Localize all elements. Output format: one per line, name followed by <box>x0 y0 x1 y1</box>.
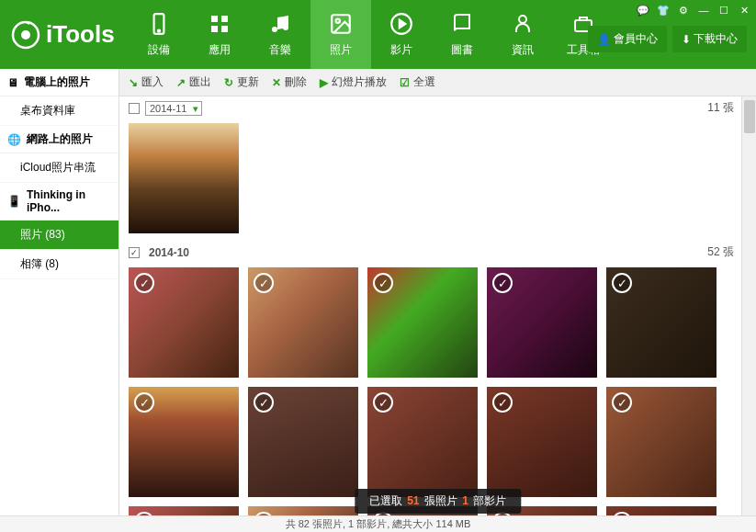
nav-label: 設備 <box>148 42 170 58</box>
sidebar-item-icloud[interactable]: iCloud照片串流 <box>0 153 118 183</box>
music-icon <box>267 11 293 37</box>
minimize-icon[interactable]: — <box>697 4 710 17</box>
toast-photo-text: 張照片 <box>422 494 461 507</box>
window-controls: 💬 👕 ⚙ — ☐ ✕ <box>637 4 750 17</box>
nav-label: 圖書 <box>451 42 473 58</box>
export-icon: ↗ <box>176 76 186 89</box>
vertical-scrollbar[interactable] <box>741 96 756 515</box>
play-icon: ▶ <box>320 76 328 89</box>
photo-thumb[interactable]: ✓ <box>248 506 358 515</box>
check-icon[interactable]: ✓ <box>492 273 513 293</box>
photo-thumb[interactable]: ✓ <box>248 387 358 497</box>
sidebar-header[interactable]: 🖥 電腦上的照片 <box>0 69 118 96</box>
check-icon[interactable]: ✓ <box>254 512 274 515</box>
check-icon[interactable]: ✓ <box>612 512 632 515</box>
slideshow-button[interactable]: ▶幻燈片播放 <box>320 74 387 90</box>
import-button[interactable]: ↘匯入 <box>129 74 164 90</box>
user-icon: 👤 <box>597 33 611 46</box>
photo-thumb[interactable]: ✓ <box>129 267 239 378</box>
section-checkbox[interactable] <box>129 247 140 258</box>
toast-photo-count: 51 <box>405 494 421 507</box>
check-icon[interactable]: ✓ <box>134 273 154 293</box>
scrollbar-thumb[interactable] <box>744 100 755 133</box>
sidebar-item-albums[interactable]: 相簿 (8) <box>0 250 118 279</box>
svg-rect-4 <box>211 16 218 22</box>
title: 電腦上的照片 <box>24 74 90 90</box>
settings-icon[interactable]: ⚙ <box>677 4 690 17</box>
check-icon[interactable]: ✓ <box>134 512 154 515</box>
photo-thumb[interactable]: ✓ <box>606 387 717 497</box>
photo-thumb[interactable]: ✓ <box>248 267 358 378</box>
photo-thumb[interactable]: ✓ <box>487 387 597 497</box>
check-icon[interactable]: ✓ <box>492 392 513 413</box>
close-icon[interactable]: ✕ <box>738 4 750 17</box>
nav-device[interactable]: 設備 <box>129 0 189 69</box>
photo-thumb[interactable]: ✓ <box>606 267 717 378</box>
logo-area: iTools <box>0 0 129 69</box>
nav-apps[interactable]: 應用 <box>189 0 250 69</box>
nav-book[interactable]: 圖書 <box>432 0 492 69</box>
toast-prefix: 已選取 <box>369 494 405 507</box>
photo-thumb[interactable]: ✓ <box>606 506 717 515</box>
check-icon[interactable]: ✓ <box>612 392 632 413</box>
photo-thumb[interactable]: ✓ <box>129 506 239 515</box>
title: Thinking in iPho... <box>27 188 111 214</box>
photo-thumb[interactable]: ✓ <box>367 267 478 378</box>
check-icon[interactable]: ✓ <box>254 392 274 413</box>
nav-video[interactable]: 影片 <box>371 0 432 69</box>
svg-marker-13 <box>400 20 406 28</box>
nav-label: 影片 <box>390 42 412 58</box>
sidebar-group-device: 📱 Thinking in iPho... 照片 (83) 相簿 (8) <box>0 183 118 279</box>
export-button[interactable]: ↗匯出 <box>176 74 211 90</box>
check-icon[interactable]: ✓ <box>373 392 393 413</box>
main-area: 🖥 電腦上的照片 桌布資料庫 🌐 網路上的照片 iCloud照片串流 📱 Thi… <box>0 69 756 515</box>
download-center-button[interactable]: ⬇ 下載中心 <box>672 26 747 52</box>
nav-label: 應用 <box>209 42 231 58</box>
svg-rect-6 <box>211 26 218 32</box>
label: 匯出 <box>189 74 211 90</box>
section-header-2: 2014-10 52 張 <box>119 241 756 264</box>
sidebar-header[interactable]: 📱 Thinking in iPho... <box>0 183 118 221</box>
label: 下載中心 <box>694 31 738 47</box>
member-center-button[interactable]: 👤 會員中心 <box>588 26 667 52</box>
photo-thumb[interactable]: ✓ <box>129 387 239 497</box>
sidebar-item-wallpaper[interactable]: 桌布資料庫 <box>0 96 118 126</box>
svg-point-9 <box>283 25 288 30</box>
info-icon <box>510 11 536 37</box>
import-icon: ↘ <box>129 76 138 89</box>
globe-icon: 🌐 <box>7 133 21 146</box>
sidebar-header[interactable]: 🌐 網路上的照片 <box>0 126 118 153</box>
photo-thumb[interactable]: ✓ <box>487 267 597 378</box>
download-icon: ⬇ <box>682 33 691 46</box>
maximize-icon[interactable]: ☐ <box>717 4 730 17</box>
nav-label: 音樂 <box>269 42 291 58</box>
check-icon[interactable]: ✓ <box>254 273 274 293</box>
selectall-button[interactable]: ☑全選 <box>400 74 435 90</box>
sidebar-item-photos[interactable]: 照片 (83) <box>0 221 118 250</box>
check-icon[interactable]: ✓ <box>373 273 393 293</box>
refresh-icon: ↻ <box>224 76 233 89</box>
section-checkbox[interactable] <box>129 103 140 114</box>
section-date: 2014-10 <box>149 246 189 259</box>
header-actions: 👤 會員中心 ⬇ 下載中心 <box>588 26 747 52</box>
section-count: 11 張 <box>707 100 734 116</box>
date-dropdown[interactable]: 2014-11 <box>145 101 202 116</box>
photo-icon <box>328 11 354 37</box>
nav-music[interactable]: 音樂 <box>250 0 310 69</box>
check-icon[interactable]: ✓ <box>134 392 154 413</box>
photo-thumb[interactable]: ✓ <box>367 387 478 497</box>
nav-photo[interactable]: 照片 <box>310 0 371 69</box>
svg-point-11 <box>336 19 340 23</box>
selection-toast: 已選取 51 張照片 1 部影片 <box>355 489 521 514</box>
delete-button[interactable]: ✕刪除 <box>272 74 307 90</box>
nav-label: 資訊 <box>512 42 534 58</box>
selectall-icon: ☑ <box>400 76 410 89</box>
nav-info[interactable]: 資訊 <box>492 0 553 69</box>
check-icon[interactable]: ✓ <box>612 273 632 293</box>
photo-grid-1 <box>119 119 756 241</box>
chat-icon[interactable]: 💬 <box>637 4 649 17</box>
photo-thumb[interactable] <box>129 123 239 233</box>
shirt-icon[interactable]: 👕 <box>657 4 670 17</box>
refresh-button[interactable]: ↻更新 <box>224 74 259 90</box>
content-area: ↘匯入 ↗匯出 ↻更新 ✕刪除 ▶幻燈片播放 ☑全選 2014-11 11 張 … <box>119 69 756 515</box>
